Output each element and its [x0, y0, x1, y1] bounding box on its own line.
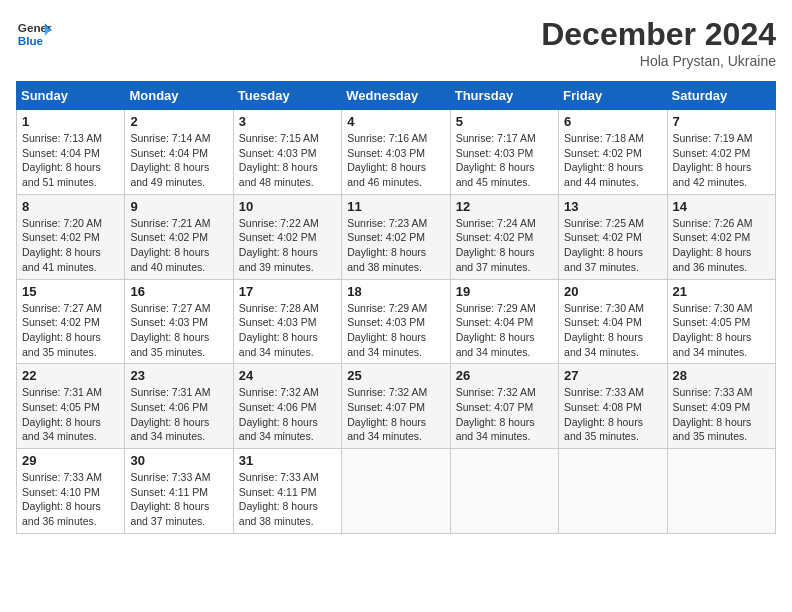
calendar-cell: 19Sunrise: 7:29 AMSunset: 4:04 PMDayligh…: [450, 279, 558, 364]
calendar-cell: [559, 449, 667, 534]
month-year-title: December 2024: [541, 16, 776, 53]
calendar-body: 1Sunrise: 7:13 AMSunset: 4:04 PMDaylight…: [17, 110, 776, 534]
calendar-row: 1Sunrise: 7:13 AMSunset: 4:04 PMDaylight…: [17, 110, 776, 195]
calendar-cell: 8Sunrise: 7:20 AMSunset: 4:02 PMDaylight…: [17, 194, 125, 279]
day-info: Sunrise: 7:32 AMSunset: 4:07 PMDaylight:…: [347, 385, 444, 444]
day-number: 27: [564, 368, 661, 383]
day-number: 21: [673, 284, 770, 299]
day-info: Sunrise: 7:33 AMSunset: 4:08 PMDaylight:…: [564, 385, 661, 444]
day-info: Sunrise: 7:24 AMSunset: 4:02 PMDaylight:…: [456, 216, 553, 275]
calendar-cell: 22Sunrise: 7:31 AMSunset: 4:05 PMDayligh…: [17, 364, 125, 449]
calendar-cell: 24Sunrise: 7:32 AMSunset: 4:06 PMDayligh…: [233, 364, 341, 449]
calendar-cell: 14Sunrise: 7:26 AMSunset: 4:02 PMDayligh…: [667, 194, 775, 279]
day-info: Sunrise: 7:30 AMSunset: 4:04 PMDaylight:…: [564, 301, 661, 360]
day-info: Sunrise: 7:29 AMSunset: 4:04 PMDaylight:…: [456, 301, 553, 360]
col-friday: Friday: [559, 82, 667, 110]
col-monday: Monday: [125, 82, 233, 110]
location-subtitle: Hola Prystan, Ukraine: [541, 53, 776, 69]
day-info: Sunrise: 7:26 AMSunset: 4:02 PMDaylight:…: [673, 216, 770, 275]
calendar-cell: 7Sunrise: 7:19 AMSunset: 4:02 PMDaylight…: [667, 110, 775, 195]
day-number: 8: [22, 199, 119, 214]
day-number: 22: [22, 368, 119, 383]
day-number: 15: [22, 284, 119, 299]
day-info: Sunrise: 7:20 AMSunset: 4:02 PMDaylight:…: [22, 216, 119, 275]
day-info: Sunrise: 7:23 AMSunset: 4:02 PMDaylight:…: [347, 216, 444, 275]
day-info: Sunrise: 7:29 AMSunset: 4:03 PMDaylight:…: [347, 301, 444, 360]
day-number: 14: [673, 199, 770, 214]
day-info: Sunrise: 7:16 AMSunset: 4:03 PMDaylight:…: [347, 131, 444, 190]
calendar-cell: 20Sunrise: 7:30 AMSunset: 4:04 PMDayligh…: [559, 279, 667, 364]
calendar-cell: 25Sunrise: 7:32 AMSunset: 4:07 PMDayligh…: [342, 364, 450, 449]
calendar-cell: 26Sunrise: 7:32 AMSunset: 4:07 PMDayligh…: [450, 364, 558, 449]
day-info: Sunrise: 7:33 AMSunset: 4:11 PMDaylight:…: [239, 470, 336, 529]
day-number: 2: [130, 114, 227, 129]
calendar-cell: 27Sunrise: 7:33 AMSunset: 4:08 PMDayligh…: [559, 364, 667, 449]
calendar-row: 22Sunrise: 7:31 AMSunset: 4:05 PMDayligh…: [17, 364, 776, 449]
calendar-cell: 1Sunrise: 7:13 AMSunset: 4:04 PMDaylight…: [17, 110, 125, 195]
day-info: Sunrise: 7:22 AMSunset: 4:02 PMDaylight:…: [239, 216, 336, 275]
day-number: 20: [564, 284, 661, 299]
day-info: Sunrise: 7:13 AMSunset: 4:04 PMDaylight:…: [22, 131, 119, 190]
calendar-cell: 16Sunrise: 7:27 AMSunset: 4:03 PMDayligh…: [125, 279, 233, 364]
day-info: Sunrise: 7:27 AMSunset: 4:03 PMDaylight:…: [130, 301, 227, 360]
day-number: 16: [130, 284, 227, 299]
day-number: 4: [347, 114, 444, 129]
calendar-cell: 2Sunrise: 7:14 AMSunset: 4:04 PMDaylight…: [125, 110, 233, 195]
calendar-cell: 4Sunrise: 7:16 AMSunset: 4:03 PMDaylight…: [342, 110, 450, 195]
calendar-cell: 10Sunrise: 7:22 AMSunset: 4:02 PMDayligh…: [233, 194, 341, 279]
col-thursday: Thursday: [450, 82, 558, 110]
col-saturday: Saturday: [667, 82, 775, 110]
day-number: 26: [456, 368, 553, 383]
logo: General Blue: [16, 16, 52, 52]
day-number: 25: [347, 368, 444, 383]
day-number: 5: [456, 114, 553, 129]
day-number: 18: [347, 284, 444, 299]
day-number: 29: [22, 453, 119, 468]
day-info: Sunrise: 7:33 AMSunset: 4:10 PMDaylight:…: [22, 470, 119, 529]
day-info: Sunrise: 7:32 AMSunset: 4:07 PMDaylight:…: [456, 385, 553, 444]
day-number: 12: [456, 199, 553, 214]
calendar-cell: 9Sunrise: 7:21 AMSunset: 4:02 PMDaylight…: [125, 194, 233, 279]
day-info: Sunrise: 7:19 AMSunset: 4:02 PMDaylight:…: [673, 131, 770, 190]
calendar-cell: 15Sunrise: 7:27 AMSunset: 4:02 PMDayligh…: [17, 279, 125, 364]
col-sunday: Sunday: [17, 82, 125, 110]
day-number: 1: [22, 114, 119, 129]
day-number: 9: [130, 199, 227, 214]
day-number: 23: [130, 368, 227, 383]
calendar-cell: 31Sunrise: 7:33 AMSunset: 4:11 PMDayligh…: [233, 449, 341, 534]
day-info: Sunrise: 7:14 AMSunset: 4:04 PMDaylight:…: [130, 131, 227, 190]
page-header: General Blue December 2024 Hola Prystan,…: [16, 16, 776, 69]
day-info: Sunrise: 7:25 AMSunset: 4:02 PMDaylight:…: [564, 216, 661, 275]
day-number: 11: [347, 199, 444, 214]
day-number: 31: [239, 453, 336, 468]
day-info: Sunrise: 7:15 AMSunset: 4:03 PMDaylight:…: [239, 131, 336, 190]
calendar-cell: 13Sunrise: 7:25 AMSunset: 4:02 PMDayligh…: [559, 194, 667, 279]
calendar-cell: 11Sunrise: 7:23 AMSunset: 4:02 PMDayligh…: [342, 194, 450, 279]
day-info: Sunrise: 7:31 AMSunset: 4:06 PMDaylight:…: [130, 385, 227, 444]
calendar-row: 29Sunrise: 7:33 AMSunset: 4:10 PMDayligh…: [17, 449, 776, 534]
day-info: Sunrise: 7:17 AMSunset: 4:03 PMDaylight:…: [456, 131, 553, 190]
calendar-row: 15Sunrise: 7:27 AMSunset: 4:02 PMDayligh…: [17, 279, 776, 364]
day-info: Sunrise: 7:21 AMSunset: 4:02 PMDaylight:…: [130, 216, 227, 275]
calendar-cell: [450, 449, 558, 534]
day-number: 28: [673, 368, 770, 383]
day-number: 10: [239, 199, 336, 214]
calendar-cell: 18Sunrise: 7:29 AMSunset: 4:03 PMDayligh…: [342, 279, 450, 364]
calendar-cell: 5Sunrise: 7:17 AMSunset: 4:03 PMDaylight…: [450, 110, 558, 195]
logo-icon: General Blue: [16, 16, 52, 52]
svg-text:Blue: Blue: [18, 34, 44, 47]
calendar-cell: [667, 449, 775, 534]
title-block: December 2024 Hola Prystan, Ukraine: [541, 16, 776, 69]
calendar-cell: 3Sunrise: 7:15 AMSunset: 4:03 PMDaylight…: [233, 110, 341, 195]
day-info: Sunrise: 7:33 AMSunset: 4:09 PMDaylight:…: [673, 385, 770, 444]
calendar-table: Sunday Monday Tuesday Wednesday Thursday…: [16, 81, 776, 534]
calendar-cell: 21Sunrise: 7:30 AMSunset: 4:05 PMDayligh…: [667, 279, 775, 364]
day-info: Sunrise: 7:27 AMSunset: 4:02 PMDaylight:…: [22, 301, 119, 360]
col-tuesday: Tuesday: [233, 82, 341, 110]
day-number: 13: [564, 199, 661, 214]
day-number: 17: [239, 284, 336, 299]
calendar-cell: 6Sunrise: 7:18 AMSunset: 4:02 PMDaylight…: [559, 110, 667, 195]
calendar-cell: 23Sunrise: 7:31 AMSunset: 4:06 PMDayligh…: [125, 364, 233, 449]
day-number: 7: [673, 114, 770, 129]
calendar-header-row: Sunday Monday Tuesday Wednesday Thursday…: [17, 82, 776, 110]
